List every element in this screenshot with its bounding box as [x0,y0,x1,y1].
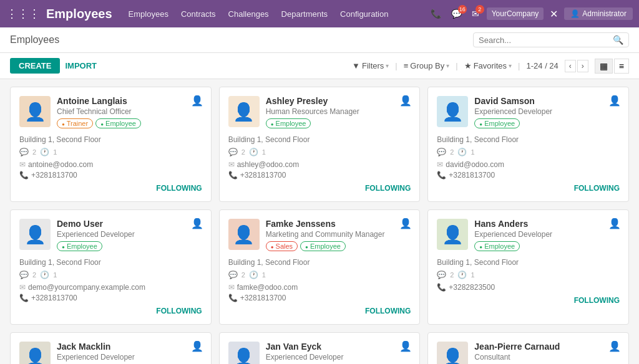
chat-icon: 💬 [228,148,238,156]
company-selector[interactable]: YourCompany [487,7,544,20]
avatar: 👤 [437,342,468,364]
nav-contracts[interactable]: Contracts [181,8,216,20]
employee-card-david[interactable]: 👤👤David SamsonExperienced Developer● Emp… [427,87,629,202]
favorites-button[interactable]: ★ Favorites ▾ [464,61,512,70]
activity-icon: 🕐 [249,148,258,156]
employee-title: Marketing and Community Manager [266,230,411,239]
phone-button[interactable]: 📞 [428,7,444,20]
chat-count: 2 [32,271,36,279]
employee-email: ✉ demo@yourcompany.example.com [19,283,202,292]
next-page-button[interactable]: › [577,60,588,72]
employee-card-hans[interactable]: 👤👤Hans AndersExperienced Developer● Empl… [427,209,629,325]
activity-icon: 🕐 [457,271,467,279]
user-menu[interactable]: 👤 Administrator [564,7,633,20]
employee-title: Experienced Developer [474,107,620,116]
top-navigation: ⋮⋮⋮ Employees Employees Contracts Challe… [0,0,639,27]
activity-count: 1 [471,148,474,156]
person-icon: 👤 [399,340,412,352]
employee-email: ✉ famke@odoo.com [228,283,411,292]
phone-icon: 📞 [19,171,29,180]
tag-employee: ● Employee [95,118,141,128]
employee-location: Building 1, Second Floor [19,135,202,144]
following-button[interactable]: FOLLOWING [574,296,620,305]
employee-email: ✉ david@odoo.com [437,160,620,169]
avatar: 👤 [437,219,468,250]
chat-icon: 💬 [19,148,29,156]
prev-page-button[interactable]: ‹ [565,60,576,72]
tag-sales: ● Sales [266,241,298,251]
employee-card-jpcarnaud[interactable]: 👤👤Jean-Pierre CarnaudConsultant● Employe… [427,332,629,364]
following-button[interactable]: FOLLOWING [156,307,202,315]
employee-location: Building 1, Second Floor [228,258,411,267]
activity-count: 1 [53,148,57,156]
separator-1: | [395,61,397,70]
sub-navigation: Employees 🔍 [0,27,639,53]
email-icon: ✉ [228,283,235,292]
groupby-button[interactable]: ≡ Group By ▾ [404,61,450,70]
card-title-area: Antoine LanglaisChief Technical Officer●… [57,96,202,131]
tag-employee: ● Employee [474,241,520,251]
import-button[interactable]: IMPORT [65,61,97,70]
activity-icon: 🕐 [249,271,258,279]
chat-button[interactable]: 💬 16 [449,7,464,20]
pagination-controls: ‹ › [565,60,588,72]
activity-count: 1 [262,271,266,279]
msg-badge: 2 [476,5,484,14]
chat-count: 2 [241,271,245,279]
person-icon: 👤 [191,95,203,107]
message-button[interactable]: ✉ 2 [469,7,482,20]
search-box[interactable]: 🔍 [473,32,629,47]
nav-departments[interactable]: Departments [281,8,328,20]
card-header: 👤Demo UserExperienced Developer● Employe… [19,219,202,254]
employee-name: David Samson [474,96,620,106]
user-icon: 👤 [570,9,580,18]
phone-icon: 📞 [228,171,238,180]
nav-employees[interactable]: Employees [129,8,168,20]
card-header: 👤Ashley PresleyHuman Resources Manager● … [228,96,411,131]
filters-button[interactable]: ▼ Filters ▾ [352,61,389,70]
close-button[interactable]: ✕ [549,7,559,21]
employee-title: Experienced Developer [57,230,202,239]
search-input[interactable] [479,36,613,45]
employee-card-ashley[interactable]: 👤👤Ashley PresleyHuman Resources Manager●… [219,87,421,202]
app-grid-icon[interactable]: ⋮⋮⋮ [6,7,40,21]
person-icon: 👤 [608,95,621,107]
employee-phone: 📞 +3281813700 [228,294,411,302]
following-button[interactable]: FOLLOWING [365,307,411,315]
employee-name: Jean-Pierre Carnaud [474,342,620,352]
employee-title: Experienced Developer [266,353,411,362]
chat-meta: 💬 2 🕐 1 [228,148,411,156]
employee-name: Demo User [57,219,202,229]
card-title-area: Jack MacklinExperienced Developer● Emplo… [57,342,202,364]
employee-phone: 📞 +3282823500 [437,283,620,292]
chat-meta: 💬 2 🕐 1 [437,148,620,156]
card-header: 👤Jan Van EyckExperienced Developer● Empl… [228,342,411,364]
activity-count: 1 [53,271,57,279]
card-header: 👤Antoine LanglaisChief Technical Officer… [19,96,202,131]
employee-card-demo[interactable]: 👤👤Demo UserExperienced Developer● Employ… [10,209,212,325]
groupby-icon: ≡ [404,61,409,70]
grid-view-button[interactable]: ▦ [595,59,613,74]
nav-challenges[interactable]: Challenges [228,8,269,20]
card-title-area: Jean-Pierre CarnaudConsultant● Employee [474,342,620,364]
card-title-area: David SamsonExperienced Developer● Emplo… [474,96,620,131]
employee-card-jack[interactable]: 👤👤Jack MacklinExperienced Developer● Emp… [10,332,212,364]
avatar: 👤 [228,342,260,364]
employee-card-famke[interactable]: 👤👤Famke JenssensMarketing and Community … [219,209,421,325]
page-title: Employees [10,34,59,46]
person-icon: 👤 [191,340,203,352]
nav-configuration[interactable]: Configuration [340,8,388,20]
create-button[interactable]: CREATE [10,58,60,74]
email-icon: ✉ [19,283,26,292]
employee-card-antoine[interactable]: 👤👤Antoine LanglaisChief Technical Office… [10,87,212,202]
pagination-info: 1-24 / 24 [527,61,559,70]
chat-icon: 💬 [437,148,446,156]
card-title-area: Hans AndersExperienced Developer● Employ… [474,219,620,254]
following-button[interactable]: FOLLOWING [574,184,620,193]
employee-card-jan[interactable]: 👤👤Jan Van EyckExperienced Developer● Emp… [219,332,421,364]
following-button[interactable]: FOLLOWING [365,184,411,193]
list-view-button[interactable]: ≡ [614,59,629,74]
employee-tags: ● Sales● Employee [266,241,411,251]
toolbar: CREATE IMPORT ▼ Filters ▾ | ≡ Group By ▾… [0,53,639,79]
following-button[interactable]: FOLLOWING [156,184,202,193]
